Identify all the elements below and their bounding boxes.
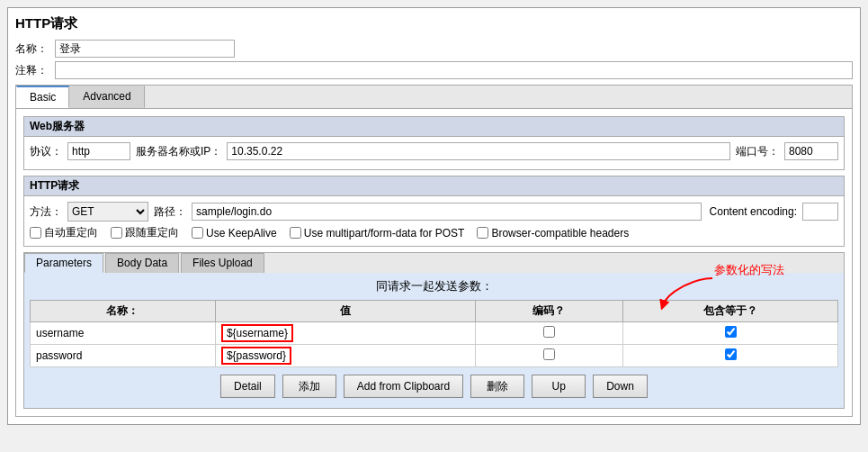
http-request-title: HTTP请求 [24,176,844,196]
browser-compatible-label: Browser-compatible headers [491,227,629,240]
name-label: 名称： [15,41,51,57]
row1-value-text: ${username} [221,324,293,342]
protocol-input[interactable] [67,142,130,160]
inner-tab-content: 同请求一起发送参数： 参数化的写法 [24,273,844,408]
checkbox-follow-redirect[interactable]: 跟随重定向 [111,225,179,240]
row1-include-checkbox[interactable] [725,326,737,338]
table-row: username ${username} [31,322,838,345]
http-request-section: HTTP请求 方法： GET POST PUT DELETE HEAD 路径： [23,176,845,247]
checkbox-browser-compatible[interactable]: Browser-compatible headers [477,227,629,240]
inner-tab-body-data[interactable]: Body Data [105,253,179,273]
row2-value: ${password} [215,345,475,367]
annotation-arrow [658,274,730,310]
auto-redirect-checkbox[interactable] [30,227,41,239]
row1-include [623,322,838,345]
row2-encode [475,345,622,367]
bottom-buttons: Detail 添加 Add from Clipboard 删除 Up Down [30,367,838,402]
checkbox-auto-redirect[interactable]: 自动重定向 [30,225,98,240]
keepalive-label: Use KeepAlive [206,227,277,240]
delete-button[interactable]: 删除 [470,375,524,398]
port-label: 端口号： [736,144,779,159]
row2-name: password [31,345,216,367]
col-header-value: 值 [215,301,475,322]
params-area: 同请求一起发送参数： 参数化的写法 [30,278,838,367]
tab-advanced[interactable]: Advanced [69,86,144,108]
browser-compatible-checkbox[interactable] [477,227,488,239]
tab-basic[interactable]: Basic [16,86,69,108]
params-header: 同请求一起发送参数： 参数化的写法 [30,278,838,294]
row1-encode-checkbox[interactable] [543,326,555,338]
inner-tabs-area: Parameters Body Data Files Upload 同请求一起发… [23,252,845,409]
name-input[interactable] [55,40,235,58]
checkbox-row: 自动重定向 跟随重定向 Use KeepAlive Use multi [30,225,838,240]
detail-button[interactable]: Detail [220,375,275,398]
inner-tab-parameters[interactable]: Parameters [24,253,103,273]
port-input[interactable] [784,142,838,160]
add-from-clipboard-button[interactable]: Add from Clipboard [344,375,463,398]
method-form-row: 方法： GET POST PUT DELETE HEAD 路径： Content… [30,202,838,221]
comment-row: 注释： [15,61,853,79]
main-container: HTTP请求 名称： 注释： Basic Advanced Web服务器 协议：… [7,7,861,425]
up-button[interactable]: Up [532,375,586,398]
comment-input[interactable] [55,61,853,79]
protocol-label: 协议： [30,144,62,159]
server-input[interactable] [227,142,730,160]
server-form-row: 协议： 服务器名称或IP： 端口号： [30,142,838,160]
web-server-body: 协议： 服务器名称或IP： 端口号： [24,137,844,169]
server-label: 服务器名称或IP： [136,144,221,159]
multipart-label: Use multipart/form-data for POST [304,227,465,240]
keepalive-checkbox[interactable] [192,227,203,239]
col-header-encode: 编码？ [475,301,622,322]
down-button[interactable]: Down [593,375,648,398]
row2-include [623,345,838,367]
row1-value: ${username} [215,322,475,345]
method-select[interactable]: GET POST PUT DELETE HEAD [67,202,148,221]
method-label: 方法： [30,204,62,220]
comment-label: 注释： [15,63,51,78]
http-request-body: 方法： GET POST PUT DELETE HEAD 路径： Content… [24,196,844,246]
col-header-name: 名称： [31,301,216,322]
params-header-text: 同请求一起发送参数： [376,279,493,293]
col-header-include: 包含等于？ [623,301,838,322]
auto-redirect-label: 自动重定向 [44,225,98,240]
page-title: HTTP请求 [15,15,853,32]
inner-tab-files-upload[interactable]: Files Upload [181,253,264,273]
web-server-title: Web服务器 [24,117,844,137]
path-input[interactable] [192,203,702,221]
outer-tabs: Basic Advanced Web服务器 协议： 服务器名称或IP： 端口号： [15,85,853,417]
content-encoding-input[interactable] [802,203,838,221]
content-encoding-label: Content encoding: [707,205,797,218]
row2-value-text: ${password} [221,347,291,365]
add-button[interactable]: 添加 [282,375,336,398]
row1-encode [475,322,622,345]
table-row: password ${password} [31,345,838,367]
params-table: 名称： 值 编码？ 包含等于？ username [30,300,838,367]
follow-redirect-label: 跟随重定向 [125,225,179,240]
multipart-checkbox[interactable] [290,227,301,239]
row2-include-checkbox[interactable] [725,348,737,360]
outer-tab-header: Basic Advanced [16,86,852,109]
follow-redirect-checkbox[interactable] [111,227,122,239]
row1-name: username [31,322,216,345]
basic-tab-content: Web服务器 协议： 服务器名称或IP： 端口号： HTTP请求 [16,109,852,416]
path-label: 路径： [154,204,186,220]
web-server-section: Web服务器 协议： 服务器名称或IP： 端口号： [23,116,845,170]
row2-encode-checkbox[interactable] [543,348,555,360]
name-row: 名称： [15,40,853,58]
checkbox-multipart[interactable]: Use multipart/form-data for POST [290,227,465,240]
checkbox-keepalive[interactable]: Use KeepAlive [192,227,277,240]
